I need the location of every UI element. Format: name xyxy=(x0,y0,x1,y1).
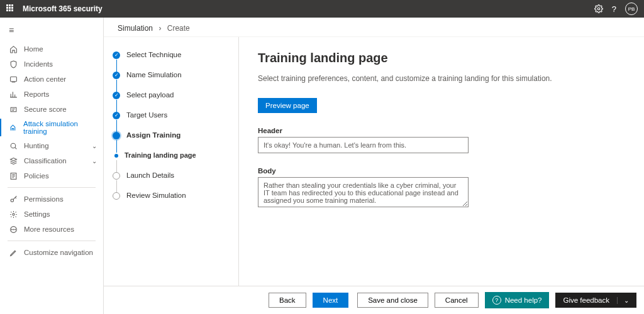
user-avatar[interactable]: PB xyxy=(625,3,638,15)
step-sub-icon xyxy=(114,154,118,158)
next-button[interactable]: Next xyxy=(313,293,349,308)
give-feedback-button[interactable]: Give feedback ⌄ xyxy=(555,293,636,308)
header-field-label: Header xyxy=(258,127,625,134)
home-icon xyxy=(9,45,18,53)
preview-page-button[interactable]: Preview page xyxy=(258,98,317,113)
svg-point-8 xyxy=(13,229,13,229)
left-navigation: ≡ Home Incidents Action center Reports S… xyxy=(0,18,104,314)
nav-item-label: More resources xyxy=(24,225,74,233)
app-title: Microsoft 365 security xyxy=(23,4,103,13)
page-title: Training landing page xyxy=(258,51,625,65)
nav-item-label: Policies xyxy=(24,172,49,180)
app-launcher-icon[interactable] xyxy=(6,4,15,13)
step-future-icon xyxy=(113,192,120,200)
wizard-step-name-simulation[interactable]: Name Simulation xyxy=(113,71,231,91)
page-description: Select training preferences, content, an… xyxy=(258,74,625,83)
step-current-icon xyxy=(113,132,120,139)
nav-item-label: Home xyxy=(24,45,43,53)
nav-item-incidents[interactable]: Incidents xyxy=(0,57,103,72)
step-future-icon xyxy=(113,172,120,180)
nav-item-home[interactable]: Home xyxy=(0,41,103,57)
nav-item-attack-simulation-training[interactable]: Attack simulation training xyxy=(0,117,103,138)
chevron-down-icon: ⌄ xyxy=(92,158,97,165)
nav-item-permissions[interactable]: Permissions xyxy=(0,192,103,207)
body-field-label: Body xyxy=(258,167,625,175)
cancel-button[interactable]: Cancel xyxy=(435,293,479,308)
step-done-icon xyxy=(113,51,120,59)
save-and-close-button[interactable]: Save and close xyxy=(357,293,428,308)
nav-item-label: Hunting xyxy=(24,142,49,149)
nav-item-label: Reports xyxy=(24,90,49,98)
breadcrumb-separator: › xyxy=(158,24,161,33)
nav-item-customize-navigation[interactable]: Customize navigation xyxy=(0,245,103,260)
step-done-icon xyxy=(113,92,120,99)
breadcrumb: Simulation › Create xyxy=(104,18,644,36)
shield-icon xyxy=(9,60,18,68)
wizard-step-target-users[interactable]: Target Users xyxy=(113,111,231,131)
breadcrumb-simulation[interactable]: Simulation xyxy=(118,24,153,33)
gear-icon[interactable] xyxy=(594,4,603,13)
wizard-step-select-technique[interactable]: Select Technique xyxy=(113,51,231,71)
back-button[interactable]: Back xyxy=(269,293,306,308)
nav-item-action-center[interactable]: Action center xyxy=(0,72,103,87)
body-textarea[interactable] xyxy=(258,177,469,207)
question-icon: ? xyxy=(492,296,501,305)
nav-separator xyxy=(8,187,96,188)
nav-item-classification[interactable]: Classification ⌄ xyxy=(0,153,103,168)
svg-point-9 xyxy=(11,229,12,229)
nav-separator xyxy=(8,241,96,241)
form-panel: Training landing page Select training pr… xyxy=(239,37,644,286)
reports-icon xyxy=(9,90,18,99)
svg-point-3 xyxy=(11,143,16,148)
nav-item-label: Attack simulation training xyxy=(23,120,97,135)
nav-item-more-resources[interactable]: More resources xyxy=(0,222,103,237)
secure-score-icon xyxy=(9,105,18,114)
chevron-down-icon: ⌄ xyxy=(92,143,97,149)
step-done-icon xyxy=(113,112,120,119)
step-done-icon xyxy=(113,72,120,79)
hamburger-icon[interactable]: ≡ xyxy=(0,23,103,41)
nav-item-reports[interactable]: Reports xyxy=(0,87,103,102)
nav-item-label: Permissions xyxy=(24,195,64,203)
header-input[interactable] xyxy=(258,137,469,153)
wizard-substep-training-landing-page[interactable]: Training landing page xyxy=(113,151,231,171)
nav-item-label: Settings xyxy=(24,210,50,218)
breadcrumb-create: Create xyxy=(167,24,190,33)
nav-item-label: Secure score xyxy=(24,106,67,113)
wizard-step-assign-training[interactable]: Assign Training xyxy=(113,131,231,151)
main-area: Simulation › Create Select Technique Nam… xyxy=(104,18,644,314)
nav-item-secure-score[interactable]: Secure score xyxy=(0,102,103,117)
hunting-icon xyxy=(9,141,18,150)
gear-icon xyxy=(9,210,18,219)
nav-item-hunting[interactable]: Hunting ⌄ xyxy=(0,138,103,153)
svg-rect-2 xyxy=(11,107,16,112)
svg-point-6 xyxy=(12,213,14,215)
help-icon[interactable]: ? xyxy=(612,4,616,14)
classification-icon xyxy=(9,156,18,165)
need-help-button[interactable]: ? Need help? xyxy=(485,292,550,308)
attack-simulation-icon xyxy=(9,123,17,132)
nav-item-label: Action center xyxy=(24,75,66,83)
nav-item-settings[interactable]: Settings xyxy=(0,207,103,222)
action-center-icon xyxy=(9,75,18,84)
policies-icon xyxy=(9,171,18,180)
permissions-icon xyxy=(9,195,18,203)
svg-point-10 xyxy=(14,229,15,229)
wizard-steps: Select Technique Name Simulation Select … xyxy=(104,37,239,286)
wizard-step-review-simulation[interactable]: Review Simulation xyxy=(113,192,231,212)
wizard-step-launch-details[interactable]: Launch Details xyxy=(113,171,231,192)
nav-item-label: Customize navigation xyxy=(24,249,93,256)
nav-item-label: Incidents xyxy=(24,60,53,68)
wizard-step-select-payload[interactable]: Select payload xyxy=(113,91,231,111)
nav-item-label: Classification xyxy=(24,157,67,165)
more-resources-icon xyxy=(9,225,18,234)
svg-point-0 xyxy=(597,8,600,10)
topbar: Microsoft 365 security ? PB xyxy=(0,0,644,18)
nav-item-policies[interactable]: Policies xyxy=(0,168,103,183)
wizard-footer: Back Next Save and close Cancel ? Need h… xyxy=(104,286,644,314)
chevron-down-icon: ⌄ xyxy=(617,297,629,304)
pencil-icon xyxy=(9,248,18,257)
svg-rect-1 xyxy=(10,77,16,82)
